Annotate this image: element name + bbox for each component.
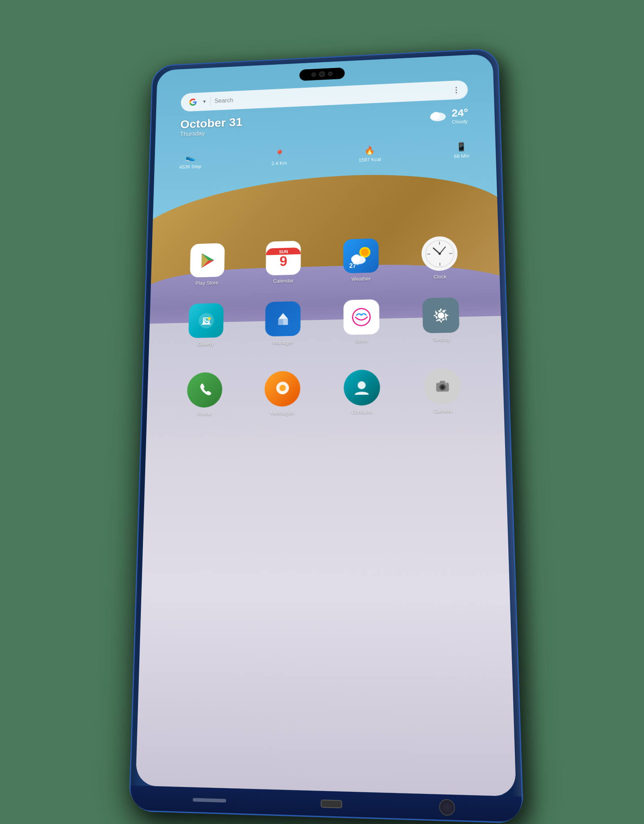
clock-label: Clock [433, 274, 447, 280]
temperature-display: 24° [452, 107, 469, 119]
search-divider [210, 97, 211, 105]
app-store[interactable]: Store [324, 299, 399, 344]
weather-section: 24° Cloudy [428, 107, 468, 126]
weather-app-icon: 27° [343, 238, 379, 273]
google-logo [188, 97, 199, 107]
more-options-icon[interactable]: ⋮ [452, 85, 461, 94]
app-calendar[interactable]: SUN 9 Calendar [247, 240, 320, 285]
steps-icon: 👟 [185, 153, 196, 163]
weather-label: Weather [351, 276, 371, 282]
time-stat: 📱 68 Min [454, 142, 469, 159]
app-grid-row2: Gallery Manager [169, 297, 480, 347]
contacts-label: Contacts [351, 409, 372, 415]
camera-icon [423, 368, 461, 405]
date-display: October 31 [180, 115, 243, 131]
play-store-label: Play Store [196, 280, 219, 286]
camera-notch [299, 68, 345, 81]
calories-icon: 🔥 [364, 146, 375, 156]
distance-icon: 📍 [274, 149, 285, 159]
phone-device: ▼ Search ⋮ October 31 Thursday [129, 48, 524, 824]
distance-stat: 📍 2.4 Km [271, 149, 287, 166]
front-camera-sensor [328, 72, 332, 76]
usb-port [321, 799, 342, 808]
date-section: October 31 Thursday [180, 115, 242, 138]
app-settings[interactable]: Setting [402, 297, 480, 343]
calendar-icon: SUN 9 [266, 241, 301, 276]
phone-icon [187, 372, 223, 408]
messages-label: Messages [270, 410, 294, 416]
phone-screen-container: ▼ Search ⋮ October 31 Thursday [136, 54, 516, 797]
app-grid-row3: Phone Messages [167, 368, 482, 417]
app-messages[interactable]: Messages [245, 371, 320, 416]
gallery-icon [188, 303, 224, 338]
settings-label: Setting [433, 336, 450, 342]
clock-icon [421, 236, 458, 271]
settings-icon [422, 297, 459, 333]
manager-label: Manager [273, 339, 293, 345]
distance-value: 2.4 Km [271, 160, 287, 166]
phone-label: Phone [197, 410, 212, 416]
google-dropdown-icon[interactable]: ▼ [202, 99, 206, 104]
svg-text:27°: 27° [349, 262, 359, 269]
svg-point-26 [438, 312, 444, 319]
bottom-pill-button [193, 798, 226, 802]
calendar-label: Calendar [273, 278, 293, 284]
manager-icon [265, 301, 301, 337]
gallery-label: Gallery [198, 341, 214, 347]
svg-point-31 [358, 381, 366, 389]
play-store-icon [190, 243, 225, 278]
weather-cloud-icon [428, 108, 448, 126]
screen: ▼ Search ⋮ October 31 Thursday [136, 54, 516, 797]
time-icon: 📱 [456, 142, 467, 152]
app-contacts[interactable]: Contacts [324, 369, 400, 415]
camera-label: Camera [433, 408, 452, 414]
app-manager[interactable]: Manager [246, 301, 320, 346]
fingerprint-sensor [439, 799, 455, 816]
front-camera-dot [312, 72, 316, 77]
app-phone[interactable]: Phone [167, 372, 242, 417]
store-label: Store [355, 338, 368, 344]
contacts-icon [344, 369, 380, 406]
steps-value: 4536 Step [179, 163, 201, 170]
calories-value: 1587 Kcal [359, 157, 381, 163]
store-icon [343, 299, 380, 335]
app-weather[interactable]: 27° Weather [324, 238, 398, 283]
steps-stat: 👟 4536 Step [179, 153, 202, 170]
app-grid-row1: Play Store SUN 9 Calendar [171, 235, 478, 287]
app-camera[interactable]: Camera [404, 368, 482, 414]
calories-stat: 🔥 1587 Kcal [359, 146, 381, 163]
app-clock[interactable]: Clock [402, 235, 478, 281]
app-play-store[interactable]: Play Store [171, 243, 244, 287]
front-camera-main [319, 71, 325, 77]
app-gallery[interactable]: Gallery [169, 303, 243, 347]
calendar-date-number: 9 [279, 255, 287, 268]
time-value: 68 Min [454, 153, 470, 159]
weather-description: Cloudy [452, 118, 469, 124]
messages-icon [264, 371, 300, 407]
